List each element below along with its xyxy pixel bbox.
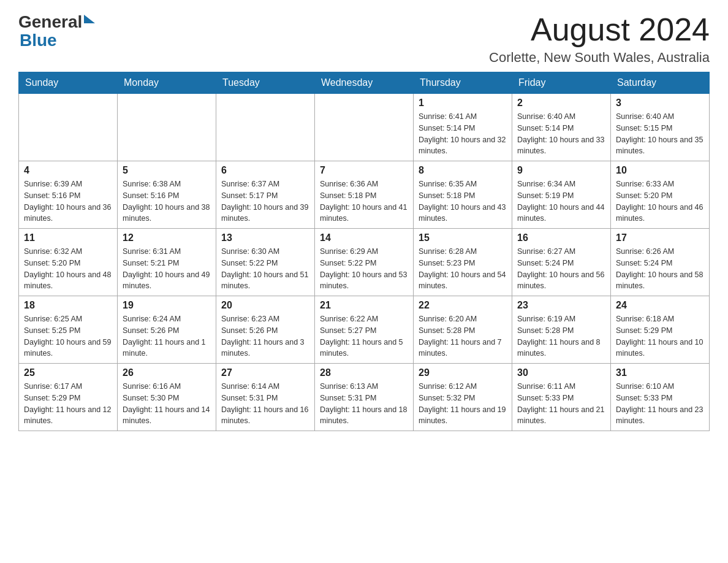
weekday-header-saturday: Saturday <box>611 72 710 94</box>
day-number: 5 <box>123 165 211 176</box>
day-number: 29 <box>419 367 507 378</box>
calendar-cell: 4Sunrise: 6:39 AMSunset: 5:16 PMDaylight… <box>19 161 118 229</box>
day-info: Sunrise: 6:30 AMSunset: 5:22 PMDaylight:… <box>221 246 309 292</box>
calendar-cell: 26Sunrise: 6:16 AMSunset: 5:30 PMDayligh… <box>118 364 216 431</box>
calendar-cell: 22Sunrise: 6:20 AMSunset: 5:28 PMDayligh… <box>414 296 512 364</box>
calendar-cell: 14Sunrise: 6:29 AMSunset: 5:22 PMDayligh… <box>315 229 414 296</box>
calendar-body: 1Sunrise: 6:41 AMSunset: 5:14 PMDaylight… <box>19 94 710 431</box>
title-block: August 2024 Corlette, New South Wales, A… <box>489 12 710 66</box>
weekday-header-row: SundayMondayTuesdayWednesdayThursdayFrid… <box>19 72 710 94</box>
day-info: Sunrise: 6:13 AMSunset: 5:31 PMDaylight:… <box>320 381 408 427</box>
calendar-cell: 18Sunrise: 6:25 AMSunset: 5:25 PMDayligh… <box>19 296 118 364</box>
calendar-cell: 17Sunrise: 6:26 AMSunset: 5:24 PMDayligh… <box>611 229 710 296</box>
day-info: Sunrise: 6:19 AMSunset: 5:28 PMDaylight:… <box>517 313 605 359</box>
day-number: 3 <box>616 98 704 109</box>
day-info: Sunrise: 6:32 AMSunset: 5:20 PMDaylight:… <box>24 246 112 292</box>
calendar-cell: 9Sunrise: 6:34 AMSunset: 5:19 PMDaylight… <box>512 161 611 229</box>
day-number: 26 <box>123 367 211 378</box>
calendar-cell: 6Sunrise: 6:37 AMSunset: 5:17 PMDaylight… <box>216 161 315 229</box>
calendar-table: SundayMondayTuesdayWednesdayThursdayFrid… <box>18 72 710 431</box>
day-number: 23 <box>517 300 605 311</box>
day-info: Sunrise: 6:10 AMSunset: 5:33 PMDaylight:… <box>616 381 704 427</box>
calendar-cell: 31Sunrise: 6:10 AMSunset: 5:33 PMDayligh… <box>611 364 710 431</box>
day-number: 4 <box>24 165 112 176</box>
day-info: Sunrise: 6:38 AMSunset: 5:16 PMDaylight:… <box>123 178 211 224</box>
day-number: 28 <box>320 367 408 378</box>
day-number: 12 <box>123 232 211 243</box>
calendar-cell: 7Sunrise: 6:36 AMSunset: 5:18 PMDaylight… <box>315 161 414 229</box>
day-number: 20 <box>221 300 309 311</box>
calendar-week-row: 25Sunrise: 6:17 AMSunset: 5:29 PMDayligh… <box>19 364 710 431</box>
day-number: 9 <box>517 165 605 176</box>
calendar-cell: 11Sunrise: 6:32 AMSunset: 5:20 PMDayligh… <box>19 229 118 296</box>
day-info: Sunrise: 6:33 AMSunset: 5:20 PMDaylight:… <box>616 178 704 224</box>
weekday-header-thursday: Thursday <box>414 72 512 94</box>
day-number: 22 <box>419 300 507 311</box>
day-number: 27 <box>221 367 309 378</box>
page-header: General Blue August 2024 Corlette, New S… <box>18 12 710 66</box>
day-info: Sunrise: 6:22 AMSunset: 5:27 PMDaylight:… <box>320 313 408 359</box>
weekday-header-sunday: Sunday <box>19 72 118 94</box>
day-info: Sunrise: 6:29 AMSunset: 5:22 PMDaylight:… <box>320 246 408 292</box>
weekday-header-monday: Monday <box>118 72 216 94</box>
calendar-cell: 12Sunrise: 6:31 AMSunset: 5:21 PMDayligh… <box>118 229 216 296</box>
day-number: 11 <box>24 232 112 243</box>
month-year-title: August 2024 <box>489 12 710 47</box>
day-number: 15 <box>419 232 507 243</box>
calendar-cell: 23Sunrise: 6:19 AMSunset: 5:28 PMDayligh… <box>512 296 611 364</box>
day-info: Sunrise: 6:11 AMSunset: 5:33 PMDaylight:… <box>517 381 605 427</box>
calendar-cell: 13Sunrise: 6:30 AMSunset: 5:22 PMDayligh… <box>216 229 315 296</box>
day-info: Sunrise: 6:39 AMSunset: 5:16 PMDaylight:… <box>24 178 112 224</box>
calendar-cell: 16Sunrise: 6:27 AMSunset: 5:24 PMDayligh… <box>512 229 611 296</box>
calendar-cell <box>118 94 216 161</box>
calendar-week-row: 4Sunrise: 6:39 AMSunset: 5:16 PMDaylight… <box>19 161 710 229</box>
day-info: Sunrise: 6:40 AMSunset: 5:15 PMDaylight:… <box>616 111 704 157</box>
day-info: Sunrise: 6:28 AMSunset: 5:23 PMDaylight:… <box>419 246 507 292</box>
calendar-cell: 19Sunrise: 6:24 AMSunset: 5:26 PMDayligh… <box>118 296 216 364</box>
day-info: Sunrise: 6:40 AMSunset: 5:14 PMDaylight:… <box>517 111 605 157</box>
day-info: Sunrise: 6:23 AMSunset: 5:26 PMDaylight:… <box>221 313 309 359</box>
calendar-cell: 8Sunrise: 6:35 AMSunset: 5:18 PMDaylight… <box>414 161 512 229</box>
calendar-cell: 5Sunrise: 6:38 AMSunset: 5:16 PMDaylight… <box>118 161 216 229</box>
logo-arrow-icon <box>84 15 95 23</box>
day-info: Sunrise: 6:18 AMSunset: 5:29 PMDaylight:… <box>616 313 704 359</box>
day-info: Sunrise: 6:25 AMSunset: 5:25 PMDaylight:… <box>24 313 112 359</box>
calendar-week-row: 18Sunrise: 6:25 AMSunset: 5:25 PMDayligh… <box>19 296 710 364</box>
day-info: Sunrise: 6:35 AMSunset: 5:18 PMDaylight:… <box>419 178 507 224</box>
weekday-header-tuesday: Tuesday <box>216 72 315 94</box>
day-number: 24 <box>616 300 704 311</box>
calendar-header: SundayMondayTuesdayWednesdayThursdayFrid… <box>19 72 710 94</box>
calendar-cell <box>19 94 118 161</box>
day-number: 13 <box>221 232 309 243</box>
day-info: Sunrise: 6:37 AMSunset: 5:17 PMDaylight:… <box>221 178 309 224</box>
day-info: Sunrise: 6:26 AMSunset: 5:24 PMDaylight:… <box>616 246 704 292</box>
day-info: Sunrise: 6:27 AMSunset: 5:24 PMDaylight:… <box>517 246 605 292</box>
calendar-cell: 2Sunrise: 6:40 AMSunset: 5:14 PMDaylight… <box>512 94 611 161</box>
day-number: 1 <box>419 98 507 109</box>
logo-blue-text: Blue <box>20 31 57 50</box>
day-info: Sunrise: 6:14 AMSunset: 5:31 PMDaylight:… <box>221 381 309 427</box>
day-info: Sunrise: 6:34 AMSunset: 5:19 PMDaylight:… <box>517 178 605 224</box>
day-info: Sunrise: 6:17 AMSunset: 5:29 PMDaylight:… <box>24 381 112 427</box>
calendar-cell: 29Sunrise: 6:12 AMSunset: 5:32 PMDayligh… <box>414 364 512 431</box>
calendar-cell: 28Sunrise: 6:13 AMSunset: 5:31 PMDayligh… <box>315 364 414 431</box>
day-number: 30 <box>517 367 605 378</box>
day-number: 19 <box>123 300 211 311</box>
calendar-cell: 15Sunrise: 6:28 AMSunset: 5:23 PMDayligh… <box>414 229 512 296</box>
calendar-cell: 21Sunrise: 6:22 AMSunset: 5:27 PMDayligh… <box>315 296 414 364</box>
logo: General Blue <box>18 12 95 50</box>
calendar-cell: 10Sunrise: 6:33 AMSunset: 5:20 PMDayligh… <box>611 161 710 229</box>
calendar-cell: 1Sunrise: 6:41 AMSunset: 5:14 PMDaylight… <box>414 94 512 161</box>
logo-general-text: General <box>18 12 82 32</box>
day-info: Sunrise: 6:16 AMSunset: 5:30 PMDaylight:… <box>123 381 211 427</box>
day-number: 2 <box>517 98 605 109</box>
day-info: Sunrise: 6:31 AMSunset: 5:21 PMDaylight:… <box>123 246 211 292</box>
calendar-cell: 20Sunrise: 6:23 AMSunset: 5:26 PMDayligh… <box>216 296 315 364</box>
calendar-cell: 25Sunrise: 6:17 AMSunset: 5:29 PMDayligh… <box>19 364 118 431</box>
weekday-header-wednesday: Wednesday <box>315 72 414 94</box>
calendar-cell: 3Sunrise: 6:40 AMSunset: 5:15 PMDaylight… <box>611 94 710 161</box>
day-info: Sunrise: 6:36 AMSunset: 5:18 PMDaylight:… <box>320 178 408 224</box>
day-number: 14 <box>320 232 408 243</box>
day-number: 21 <box>320 300 408 311</box>
calendar-week-row: 1Sunrise: 6:41 AMSunset: 5:14 PMDaylight… <box>19 94 710 161</box>
